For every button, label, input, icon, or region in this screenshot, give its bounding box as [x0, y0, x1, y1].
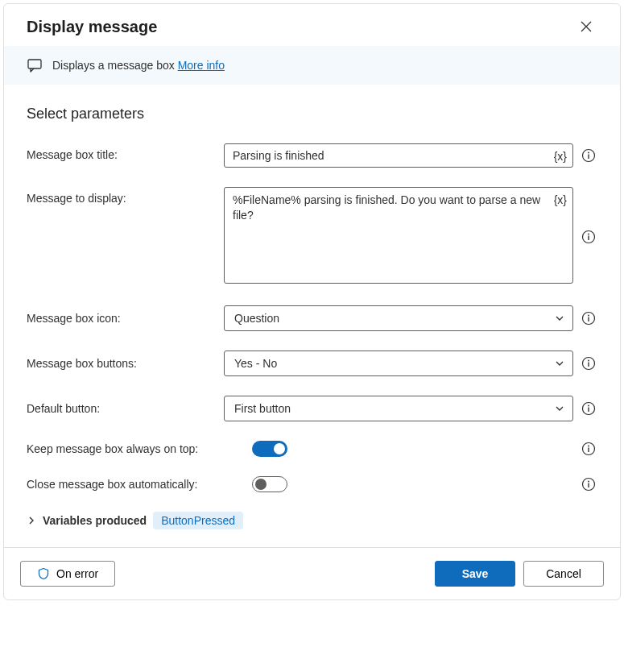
cancel-button[interactable]: Cancel [523, 561, 604, 587]
select-value: Yes - No [234, 357, 277, 370]
dialog-content: Select parameters Message box title: {x}… [4, 85, 620, 547]
svg-rect-21 [588, 483, 589, 488]
variables-expand-toggle[interactable] [27, 516, 36, 525]
svg-point-8 [588, 315, 589, 317]
field-default-button: Default button: First button [27, 396, 597, 421]
svg-point-5 [588, 233, 589, 234]
chevron-right-icon [27, 516, 36, 525]
message-box-title-input[interactable] [224, 143, 573, 168]
always-on-top-toggle[interactable] [252, 441, 287, 457]
section-title: Select parameters [27, 106, 597, 122]
cancel-label: Cancel [546, 567, 581, 580]
info-icon [581, 148, 596, 163]
message-icon [27, 57, 43, 73]
field-title: Message box title: {x} [27, 143, 597, 168]
svg-point-2 [588, 152, 589, 154]
help-button[interactable] [581, 442, 597, 456]
select-value: Question [234, 312, 279, 325]
field-label-buttons: Message box buttons: [27, 357, 216, 370]
message-box-icon-select[interactable]: Question [224, 305, 573, 331]
help-button[interactable] [581, 401, 597, 416]
help-button[interactable] [581, 311, 597, 326]
dialog-title: Display message [27, 18, 157, 36]
save-button[interactable]: Save [435, 561, 515, 587]
info-icon [581, 356, 596, 371]
on-error-button[interactable]: On error [20, 561, 115, 587]
svg-rect-18 [588, 448, 589, 453]
svg-rect-0 [28, 60, 41, 68]
svg-rect-15 [588, 408, 589, 413]
message-box-buttons-select[interactable]: Yes - No [224, 351, 573, 376]
insert-variable-button[interactable]: {x} [552, 148, 568, 164]
info-banner: Displays a message box More info [4, 46, 620, 85]
field-label-always-on-top: Keep message box always on top: [27, 442, 244, 455]
insert-variable-button[interactable]: {x} [552, 192, 568, 208]
svg-rect-9 [588, 317, 589, 322]
more-info-link[interactable]: More info [178, 59, 225, 72]
field-buttons: Message box buttons: Yes - No [27, 351, 597, 376]
field-message: Message to display: {x} [27, 187, 597, 286]
message-to-display-input[interactable] [224, 187, 573, 284]
field-icon: Message box icon: Question [27, 305, 597, 331]
field-label-message: Message to display: [27, 187, 216, 205]
field-label-default-button: Default button: [27, 402, 216, 415]
info-icon [581, 311, 596, 326]
info-icon [581, 442, 596, 456]
select-value: First button [234, 402, 291, 415]
svg-point-11 [588, 360, 589, 362]
banner-text-wrap: Displays a message box More info [52, 59, 225, 72]
svg-point-14 [588, 405, 589, 407]
dialog-header: Display message [4, 4, 620, 46]
help-button[interactable] [581, 477, 597, 492]
help-button[interactable] [581, 356, 597, 371]
field-label-title: Message box title: [27, 143, 216, 161]
dialog-footer: On error Save Cancel [4, 547, 620, 599]
variables-produced-label: Variables produced [43, 514, 147, 527]
variable-pill[interactable]: ButtonPressed [153, 512, 243, 529]
info-icon [581, 477, 596, 492]
close-icon [580, 20, 593, 33]
help-button[interactable] [581, 148, 597, 163]
variables-produced-row: Variables produced ButtonPressed [27, 512, 597, 529]
svg-rect-12 [588, 363, 589, 367]
field-label-auto-close: Close message box automatically: [27, 478, 244, 491]
auto-close-toggle[interactable] [252, 476, 287, 492]
banner-text: Displays a message box [52, 59, 178, 72]
help-button[interactable] [581, 230, 597, 244]
shield-icon [37, 567, 50, 580]
field-label-icon: Message box icon: [27, 312, 216, 325]
close-button[interactable] [575, 15, 597, 38]
info-icon [581, 230, 596, 244]
field-always-on-top: Keep message box always on top: [27, 441, 597, 457]
svg-point-20 [588, 481, 589, 483]
svg-point-17 [588, 446, 589, 447]
svg-rect-6 [588, 235, 589, 240]
on-error-label: On error [56, 567, 98, 580]
default-button-select[interactable]: First button [224, 396, 573, 421]
display-message-dialog: Display message Displays a message box M… [3, 3, 621, 600]
field-auto-close: Close message box automatically: [27, 476, 597, 492]
save-label: Save [462, 567, 489, 580]
info-icon [581, 401, 596, 416]
svg-rect-3 [588, 155, 589, 160]
